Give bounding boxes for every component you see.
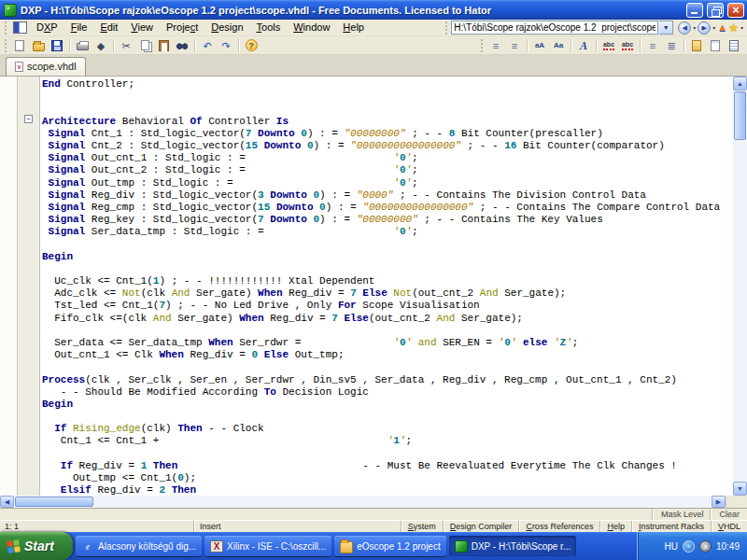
indent-button[interactable]: ≡ — [486, 37, 505, 54]
toolbar-grip[interactable] — [4, 39, 8, 52]
spell-check-button[interactable]: abc — [599, 37, 618, 54]
horizontal-scrollbar-track[interactable] — [94, 496, 712, 508]
preview-button[interactable]: ◆ — [92, 37, 110, 54]
vertical-scrollbar-thumb[interactable] — [734, 91, 746, 140]
print-button[interactable] — [73, 37, 92, 54]
taskbar-ie-icon: e — [81, 540, 94, 553]
taskbar-ie-button[interactable]: eAlacsony költségű dig... — [76, 536, 202, 556]
taskbar-eoscope-button[interactable]: eOscope 1.2 project — [334, 536, 446, 556]
menu-edit[interactable]: Edit — [93, 20, 124, 35]
clock: 10:49 — [716, 541, 740, 552]
favorites-menu-button[interactable]: ▾ — [740, 24, 744, 31]
clear-button[interactable]: Clear — [711, 509, 747, 520]
restore-button[interactable] — [707, 3, 724, 18]
toolbar-separator — [194, 39, 195, 52]
scroll-right-icon[interactable] — [712, 496, 726, 508]
hide-icons-icon[interactable]: ‹ — [683, 540, 695, 553]
taskbar-xilinx-button[interactable]: XXilinx - ISE - C:\oszcill... — [204, 536, 331, 556]
horizontal-scrollbar-thumb[interactable] — [15, 497, 93, 507]
toolbar-separator — [640, 39, 641, 52]
tab-scope-vhdl[interactable]: v scope.vhdl — [6, 57, 86, 76]
templates-button[interactable] — [687, 37, 706, 54]
outdent-button[interactable]: ≡ — [505, 37, 524, 54]
status-panel-cross-references[interactable]: Cross References — [518, 521, 599, 532]
align-justify-button[interactable]: ≣ — [662, 37, 681, 54]
save-button[interactable] — [48, 37, 66, 54]
code-line: - - Should Be Modified According To Deci… — [42, 386, 733, 399]
menu-help[interactable]: Help — [336, 20, 371, 35]
paste-button[interactable] — [154, 37, 173, 54]
scroll-up-icon[interactable] — [733, 77, 747, 91]
code-line: Out_tmp <= Cnt_1(0); — [42, 472, 733, 484]
menu-design[interactable]: Design — [204, 20, 249, 35]
scroll-down-icon[interactable] — [733, 482, 747, 496]
back-history-button[interactable]: ▾ — [692, 24, 697, 31]
addressbar-grip[interactable] — [444, 21, 449, 35]
print-icon — [77, 43, 89, 50]
status-panel-system[interactable]: System — [401, 521, 443, 532]
auto-correct-button[interactable]: abc — [618, 37, 637, 54]
close-button[interactable] — [727, 3, 744, 18]
mask-level-button[interactable]: Mask Level — [653, 509, 712, 520]
toolbar-separator — [69, 39, 70, 52]
address-dropdown-icon[interactable]: ▼ — [659, 21, 673, 35]
status-panel-vhdl[interactable]: VHDL — [711, 521, 747, 532]
redo-button[interactable]: ↷ — [217, 37, 235, 54]
menu-tools[interactable]: Tools — [250, 20, 288, 35]
open-button[interactable] — [29, 37, 48, 54]
taskbar-eoscope-icon — [340, 541, 353, 553]
status-panel-help[interactable]: Help — [599, 521, 631, 532]
code-line: Begin — [42, 399, 733, 411]
menu-view[interactable]: View — [124, 20, 160, 35]
tray-icon[interactable]: a — [699, 540, 712, 553]
up-button[interactable]: ▲ — [717, 22, 727, 33]
favorites-button[interactable]: ★ — [728, 22, 739, 34]
copy-button[interactable] — [135, 37, 154, 54]
forward-history-button[interactable]: ▾ — [712, 24, 716, 31]
menu-project[interactable]: Project — [160, 20, 204, 35]
find-button[interactable] — [173, 37, 191, 54]
text-edit-toolbar: ≡≡aAAaAabcabc≡≣ — [486, 37, 743, 54]
toolbar-grip[interactable] — [4, 21, 8, 35]
to-uppercase-button[interactable]: Aa — [549, 37, 568, 54]
menu-file[interactable]: File — [64, 20, 94, 35]
code-line: Uc_clk <= Cnt_1(1) ; - - !!!!!!!!!!!! Xt… — [42, 275, 733, 287]
code-text-area[interactable]: End Controller; Architecture Behavioral … — [40, 77, 733, 496]
minimize-button[interactable] — [686, 3, 703, 18]
scroll-left-icon[interactable] — [0, 496, 14, 508]
copy-icon — [141, 40, 149, 50]
report-icon — [729, 40, 739, 51]
to-lowercase-button[interactable]: aA — [530, 37, 549, 54]
document-button[interactable] — [706, 37, 725, 54]
dxp-menu-icon[interactable] — [13, 21, 27, 34]
vertical-scrollbar-track[interactable] — [733, 141, 747, 482]
windows-flag-icon — [7, 539, 21, 553]
fold-collapse-icon[interactable]: − — [24, 115, 33, 123]
back-button[interactable]: ◀ — [678, 21, 691, 35]
dxp-window: DXP - H:\Tóbi\Scope rajzok\eOscope 1.2 p… — [0, 0, 747, 560]
menu-items: DXPFileEditViewProjectDesignToolsWindowH… — [30, 20, 371, 35]
align-left-button[interactable]: ≡ — [643, 37, 662, 54]
report-button[interactable] — [725, 37, 743, 54]
status-panel-instrument-racks[interactable]: Instrument Racks — [631, 521, 711, 532]
font-icon: A — [580, 40, 587, 51]
undo-button[interactable]: ↶ — [198, 37, 217, 54]
address-input[interactable] — [451, 21, 658, 35]
align-left-icon: ≡ — [650, 40, 655, 51]
cut-button[interactable]: ✂ — [117, 37, 135, 54]
menu-window[interactable]: Window — [287, 20, 336, 35]
language-indicator[interactable]: HU — [665, 541, 678, 552]
code-line: Signal Cnt_2 : Std_logic_vector(15 Downt… — [42, 140, 733, 152]
toolbar-grip[interactable] — [480, 39, 485, 52]
status-panel-design-compiler[interactable]: Design Compiler — [443, 521, 519, 532]
start-button[interactable]: Start — [0, 532, 73, 560]
code-line — [42, 411, 733, 423]
to-lowercase-icon: aA — [535, 40, 544, 51]
menu-dxp[interactable]: DXP — [30, 20, 64, 35]
taskbar-dxp-button[interactable]: DXP - H:\Tóbi\Scope r... — [449, 536, 577, 556]
help-button[interactable]: ? — [242, 37, 261, 54]
code-line: Signal Out_cnt_2 : Std_logic : = '0'; — [42, 164, 733, 176]
forward-button[interactable]: ▶ — [698, 21, 711, 35]
font-button[interactable]: A — [574, 37, 593, 54]
new-document-button[interactable] — [10, 37, 29, 54]
